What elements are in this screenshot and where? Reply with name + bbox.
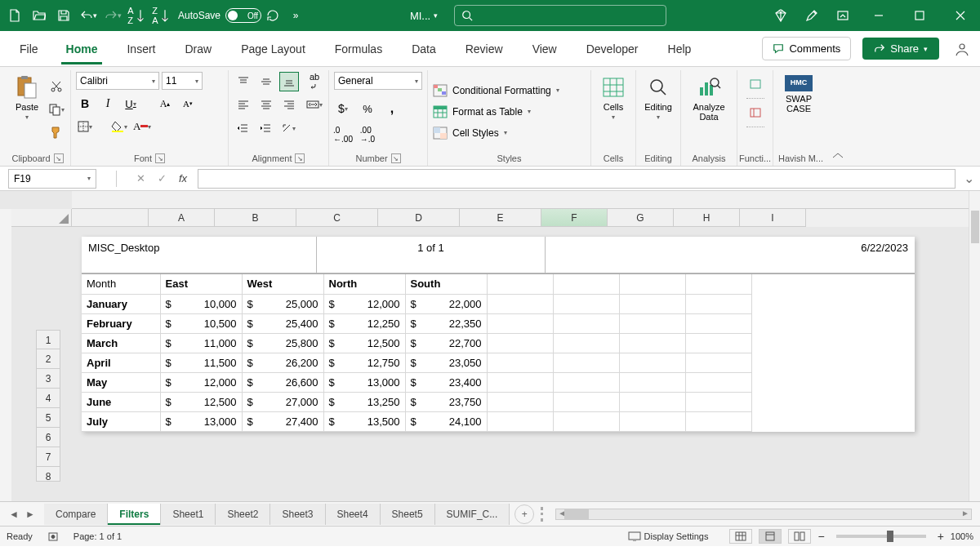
- name-box[interactable]: F19▾: [8, 169, 96, 189]
- value-cell[interactable]: $13,000: [160, 411, 242, 431]
- value-cell[interactable]: $25,800: [242, 333, 323, 353]
- col-header-A[interactable]: A: [149, 209, 215, 227]
- copy-icon[interactable]: ▾: [47, 100, 65, 118]
- col-header-D[interactable]: D: [378, 209, 460, 227]
- tab-review[interactable]: Review: [451, 34, 518, 64]
- page-break-view-icon[interactable]: [788, 529, 811, 544]
- empty-cell[interactable]: [685, 333, 751, 353]
- sheet-tab[interactable]: Sheet3: [270, 504, 325, 525]
- empty-cell[interactable]: [685, 294, 751, 313]
- function-icon-2[interactable]: [746, 104, 764, 122]
- tab-view[interactable]: View: [518, 34, 572, 64]
- month-cell[interactable]: February: [82, 313, 160, 333]
- undo-icon[interactable]: ▾: [77, 4, 100, 27]
- refresh-icon[interactable]: [261, 4, 284, 27]
- tab-developer[interactable]: Developer: [572, 34, 653, 64]
- editing-button[interactable]: Editing▾: [641, 72, 675, 125]
- data-table[interactable]: MonthEastWestNorthSouthJanuary$10,000$25…: [82, 274, 752, 432]
- vertical-scrollbar[interactable]: [969, 191, 980, 501]
- empty-cell[interactable]: [619, 372, 685, 392]
- empty-cell[interactable]: [685, 372, 751, 392]
- clipboard-launcher-icon[interactable]: ↘: [54, 153, 64, 163]
- cells-button[interactable]: Cells▾: [596, 72, 630, 125]
- col-header-F[interactable]: F: [541, 209, 608, 227]
- align-bottom-icon[interactable]: [279, 72, 299, 91]
- table-header[interactable]: Month: [82, 274, 160, 294]
- row-header-6[interactable]: 6: [36, 428, 60, 447]
- autosave-toggle[interactable]: AutoSave Off: [178, 8, 261, 23]
- month-cell[interactable]: July: [82, 411, 160, 431]
- redo-icon[interactable]: ▾: [101, 4, 124, 27]
- row-header-1[interactable]: 1: [36, 330, 60, 349]
- empty-cell[interactable]: [619, 392, 685, 411]
- sheet-tab[interactable]: Sheet4: [326, 504, 381, 525]
- sheet-nav-next-icon[interactable]: ►: [23, 507, 38, 522]
- header-center[interactable]: 1 of 1: [317, 237, 546, 273]
- row-header-4[interactable]: 4: [36, 389, 60, 408]
- orientation-icon[interactable]: ▾: [279, 119, 297, 137]
- value-cell[interactable]: $13,250: [323, 392, 405, 411]
- swap-case-button[interactable]: HMCSWAP CASE: [778, 72, 819, 117]
- increase-font-icon[interactable]: A▴: [156, 95, 174, 113]
- open-file-icon[interactable]: [28, 4, 51, 27]
- share-button[interactable]: Share▾: [862, 38, 939, 60]
- cut-icon[interactable]: [47, 78, 65, 96]
- alignment-launcher-icon[interactable]: ↘: [295, 153, 305, 163]
- value-cell[interactable]: $11,000: [160, 333, 242, 353]
- close-button[interactable]: [944, 3, 977, 28]
- empty-cell[interactable]: [619, 353, 685, 372]
- account-icon[interactable]: [951, 38, 973, 60]
- analyze-data-button[interactable]: Analyze Data: [686, 72, 732, 125]
- fx-icon[interactable]: fx: [173, 171, 193, 187]
- tab-page-layout[interactable]: Page Layout: [226, 34, 320, 64]
- conditional-formatting-button[interactable]: Conditional Formatting ▾: [433, 82, 559, 100]
- value-cell[interactable]: $22,700: [405, 333, 487, 353]
- macro-record-icon[interactable]: [47, 531, 59, 542]
- sheet-tab[interactable]: Compare: [44, 504, 108, 525]
- col-header-blank[interactable]: [72, 209, 149, 227]
- diamond-icon[interactable]: [769, 4, 792, 27]
- empty-cell[interactable]: [487, 294, 553, 313]
- increase-indent-icon[interactable]: [256, 119, 274, 137]
- number-format-select[interactable]: General▾: [334, 72, 422, 90]
- increase-decimal-icon[interactable]: .00→.0: [359, 126, 376, 144]
- empty-cell[interactable]: [553, 372, 619, 392]
- zoom-slider[interactable]: [836, 535, 926, 538]
- value-cell[interactable]: $22,000: [405, 294, 487, 313]
- month-cell[interactable]: June: [82, 392, 160, 411]
- value-cell[interactable]: $10,000: [160, 294, 242, 313]
- new-file-icon[interactable]: [3, 4, 26, 27]
- value-cell[interactable]: $12,750: [323, 353, 405, 372]
- value-cell[interactable]: $13,500: [323, 411, 405, 431]
- document-name[interactable]: MI...▾: [410, 10, 438, 22]
- underline-button[interactable]: U▾: [122, 95, 140, 113]
- empty-cell[interactable]: [553, 313, 619, 333]
- col-header-I[interactable]: I: [740, 209, 806, 227]
- autosave-pill[interactable]: Off: [225, 8, 261, 23]
- month-cell[interactable]: April: [82, 353, 160, 372]
- zoom-in-button[interactable]: +: [938, 530, 944, 543]
- tabs-resize-handle[interactable]: [541, 507, 547, 522]
- value-cell[interactable]: $23,050: [405, 353, 487, 372]
- function-icon-1[interactable]: [746, 75, 764, 93]
- font-launcher-icon[interactable]: ↘: [155, 153, 165, 163]
- row-header-8[interactable]: 8: [36, 467, 60, 482]
- empty-cell[interactable]: [487, 411, 553, 431]
- empty-cell[interactable]: [619, 294, 685, 313]
- table-header[interactable]: South: [405, 274, 487, 294]
- empty-cell[interactable]: [619, 274, 685, 294]
- value-cell[interactable]: $24,100: [405, 411, 487, 431]
- value-cell[interactable]: $26,200: [242, 353, 323, 372]
- formula-bar[interactable]: [198, 169, 956, 189]
- value-cell[interactable]: $25,400: [242, 313, 323, 333]
- align-left-icon[interactable]: [234, 95, 253, 114]
- value-cell[interactable]: $22,350: [405, 313, 487, 333]
- sort-desc-icon[interactable]: ZA: [150, 4, 173, 27]
- sheet-tab[interactable]: Sheet1: [161, 504, 216, 525]
- value-cell[interactable]: $27,000: [242, 392, 323, 411]
- paste-button[interactable]: Paste▾: [10, 72, 44, 125]
- empty-cell[interactable]: [553, 294, 619, 313]
- zoom-level[interactable]: 100%: [951, 531, 973, 541]
- enter-formula-icon[interactable]: ✓: [152, 171, 172, 187]
- row-header-3[interactable]: 3: [36, 369, 60, 389]
